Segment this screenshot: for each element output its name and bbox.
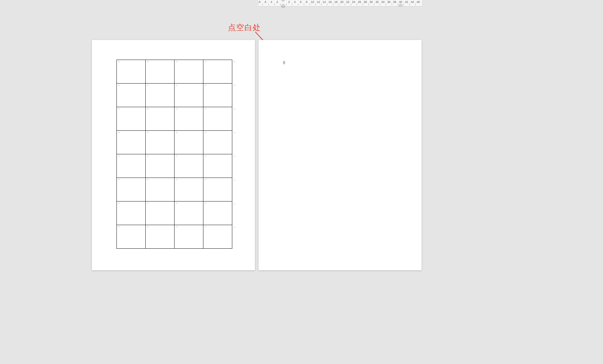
cell-end-mark-icon: ↵ (176, 155, 178, 158)
table-cell[interactable]: ↵ (175, 84, 203, 107)
table-cell[interactable]: ↵ (117, 84, 146, 107)
table-cell[interactable]: ↵ (146, 60, 175, 84)
first-line-indent-marker[interactable] (281, 0, 285, 2)
left-indent-marker[interactable] (281, 4, 285, 8)
ruler-tick (363, 4, 363, 5)
table-cell[interactable]: ↵ (175, 201, 203, 225)
table-cell[interactable]: ↵ (175, 107, 203, 131)
svg-marker-0 (281, 0, 285, 2)
ruler-number: 28 (364, 0, 367, 4)
table-cell[interactable]: ↵ (203, 84, 232, 107)
ruler-tick (274, 4, 275, 5)
row-end-mark-icon: ↵ (234, 132, 236, 134)
cell-end-mark-icon: ↵ (147, 179, 149, 181)
row-end-mark-icon: ↵ (234, 61, 236, 63)
table-cell[interactable]: ↵ (146, 178, 175, 201)
cell-end-mark-icon: ↵ (205, 155, 207, 158)
table-row: ↵↵↵↵ (117, 154, 232, 178)
table-cell[interactable]: ↵ (203, 154, 232, 178)
ruler-number: 12 (317, 0, 320, 4)
ruler-tick (333, 4, 333, 5)
table-cell[interactable]: ↵ (117, 107, 146, 131)
table-row: ↵↵↵↵ (117, 60, 232, 84)
svg-marker-3 (399, 4, 403, 6)
table-cell[interactable]: ↵ (146, 225, 175, 249)
table-cell[interactable]: ↵ (203, 60, 232, 84)
ruler-tick (315, 4, 316, 5)
ruler-number: 40 (399, 0, 402, 4)
table-cell[interactable]: ↵ (203, 225, 232, 249)
cell-end-mark-icon: ↵ (118, 155, 120, 158)
table-cell[interactable]: ↵ (117, 131, 146, 154)
ruler-number: 4 (271, 0, 272, 4)
ruler-tick (398, 4, 398, 5)
cell-end-mark-icon: ↵ (176, 226, 178, 228)
ruler-number: 6 (265, 0, 266, 4)
cell-end-mark-icon: ↵ (176, 61, 178, 63)
table-cell[interactable]: ↵ (203, 178, 232, 201)
ruler-number: 4 (294, 0, 296, 4)
ruler-tick (327, 4, 327, 5)
cell-end-mark-icon: ↵ (118, 179, 120, 181)
ruler-number: 10 (311, 0, 314, 4)
table-cell[interactable]: ↵ (117, 60, 146, 84)
table-row: ↵↵↵↵ (117, 201, 232, 225)
ruler-number: 20 (340, 0, 343, 4)
ruler-number: 16 (328, 0, 332, 4)
table-cell[interactable]: ↵ (203, 107, 232, 131)
table-cell[interactable]: ↵ (146, 131, 175, 154)
row-end-mark-icon: ↵ (234, 226, 236, 229)
table-cell[interactable]: ↵ (117, 225, 146, 249)
ruler-number: 36 (387, 0, 390, 4)
ruler-number: 2 (277, 0, 278, 4)
table-cell[interactable]: ↵ (117, 201, 146, 225)
table-cell[interactable]: ↵ (175, 60, 203, 84)
ruler-tick (339, 4, 339, 5)
ruler-tick (286, 4, 286, 5)
table-cell[interactable]: ↵ (203, 131, 232, 154)
table-cell[interactable]: ↵ (175, 178, 203, 201)
row-end-mark-icon: ↵ (234, 155, 236, 158)
table-cell[interactable]: ↵ (203, 201, 232, 225)
cell-end-mark-icon: ↵ (147, 84, 149, 87)
ruler-number: 46 (417, 0, 420, 4)
table-cell[interactable]: ↵ (117, 154, 146, 178)
cell-end-mark-icon: ↵ (176, 84, 178, 87)
cell-end-mark-icon: ↵ (118, 131, 120, 134)
table-cell[interactable]: ↵ (146, 201, 175, 225)
ruler-tick (392, 4, 392, 5)
table-cell[interactable]: ↵ (146, 84, 175, 107)
ruler-number: 44 (411, 0, 414, 4)
ruler-tick (357, 4, 357, 5)
ruler-tick (415, 4, 416, 5)
ruler-tick (268, 4, 269, 5)
table-cell[interactable]: ↵ (146, 154, 175, 178)
ruler-number: 2 (288, 0, 290, 4)
ruler-number: 8 (259, 0, 260, 4)
cell-end-mark-icon: ↵ (147, 131, 149, 134)
right-indent-marker[interactable] (399, 4, 403, 6)
ruler-number: 32 (375, 0, 379, 4)
page-1[interactable]: ↵↵↵↵↵↵↵↵↵↵↵↵↵↵↵↵↵↵↵↵↵↵↵↵↵↵↵↵↵↵↵↵ ↵↵↵↵↵↵↵… (92, 40, 255, 270)
table-cell[interactable]: ↵ (175, 225, 203, 249)
document-table[interactable]: ↵↵↵↵↵↵↵↵↵↵↵↵↵↵↵↵↵↵↵↵↵↵↵↵↵↵↵↵↵↵↵↵ (116, 60, 232, 249)
cell-end-mark-icon: ↵ (147, 61, 149, 63)
ruler-number: 26 (358, 0, 361, 4)
ruler-number: 14 (322, 0, 326, 4)
ruler-number: 18 (334, 0, 338, 4)
horizontal-ruler[interactable]: 8642246810121416182022242628303234363840… (259, 0, 422, 7)
table-cell[interactable]: ↵ (175, 154, 203, 178)
row-end-mark-icon: ↵ (234, 84, 236, 87)
cell-end-mark-icon: ↵ (205, 202, 207, 205)
table-cell[interactable]: ↵ (146, 107, 175, 131)
svg-marker-1 (281, 4, 285, 7)
table-row: ↵↵↵↵ (117, 107, 232, 131)
table-row: ↵↵↵↵ (117, 131, 232, 154)
table-cell[interactable]: ↵ (117, 178, 146, 201)
ruler-number: 30 (369, 0, 373, 4)
ruler-number: 42 (405, 0, 408, 4)
row-end-mark-icon: ↵ (234, 179, 236, 182)
table-cell[interactable]: ↵ (175, 131, 203, 154)
page-2[interactable] (259, 40, 422, 270)
cell-end-mark-icon: ↵ (205, 179, 207, 181)
